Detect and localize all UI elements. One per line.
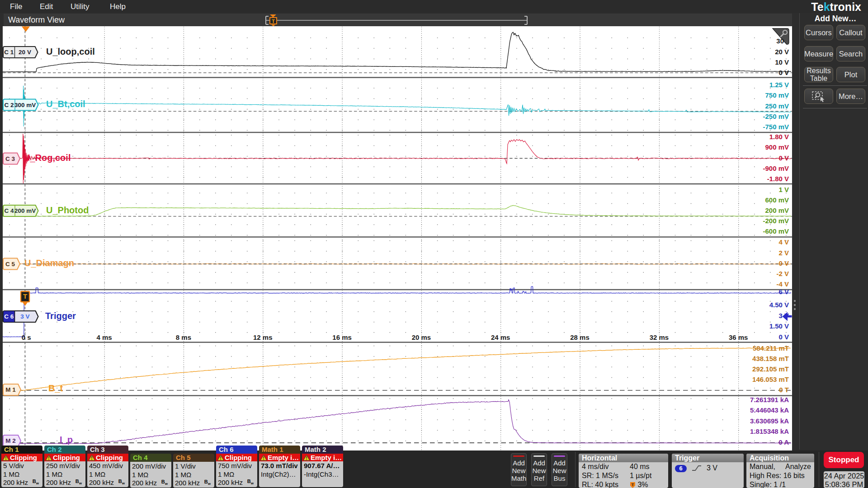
svg-text:3.630695 kA: 3.630695 kA [750, 417, 789, 425]
svg-text:4 V: 4 V [778, 238, 789, 246]
svg-text:32 ms: 32 ms [650, 333, 669, 341]
svg-text:0 A: 0 A [778, 438, 789, 446]
svg-text:C 4: C 4 [4, 207, 14, 214]
svg-text:6 V: 6 V [778, 288, 789, 296]
svg-text:0 T: 0 T [779, 386, 789, 394]
svg-text:146.053 mT: 146.053 mT [752, 375, 789, 383]
svg-text:!: ! [91, 456, 92, 461]
svg-text:12 ms: 12 ms [253, 333, 273, 341]
svg-text:U_Photod: U_Photod [46, 205, 89, 215]
svg-text:584.211 mT: 584.211 mT [753, 344, 789, 352]
svg-text:28 ms: 28 ms [570, 333, 590, 341]
svg-text:-1.80 V: -1.80 V [767, 175, 789, 183]
svg-text:292.105 mT: 292.105 mT [752, 365, 789, 373]
svg-text:10 V: 10 V [775, 58, 789, 66]
svg-text:16 ms: 16 ms [332, 333, 352, 341]
svg-text:-4 V: -4 V [776, 280, 789, 288]
svg-text:!: ! [48, 456, 49, 461]
svg-text:-600 mV: -600 mV [763, 227, 789, 235]
svg-text:Trigger: Trigger [45, 311, 76, 321]
svg-text:200 mV: 200 mV [765, 206, 789, 214]
svg-text:200 mV: 200 mV [14, 207, 36, 214]
svg-text:I_p: I_p [60, 435, 73, 445]
svg-text:7.261391 kA: 7.261391 kA [750, 396, 789, 404]
svg-text:C 3: C 3 [5, 155, 15, 162]
svg-text:3 V: 3 V [20, 313, 29, 320]
svg-text:900 mV: 900 mV [765, 143, 789, 151]
svg-text:8 ms: 8 ms [176, 333, 191, 341]
svg-text:0 V: 0 V [778, 69, 789, 76]
svg-text:750 mV: 750 mV [765, 91, 789, 99]
svg-text:438.158 mT: 438.158 mT [752, 355, 789, 362]
svg-text:1.80 V: 1.80 V [769, 133, 789, 141]
svg-text:C 6: C 6 [4, 313, 14, 320]
svg-text:0 V: 0 V [778, 259, 789, 267]
svg-text:300 mV: 300 mV [14, 102, 36, 108]
svg-text:0 s: 0 s [22, 333, 31, 341]
svg-text:0 V: 0 V [778, 333, 789, 341]
svg-text:-750 mV: -750 mV [763, 123, 789, 131]
svg-text:T: T [23, 292, 27, 300]
svg-text:-200 mV: -200 mV [763, 217, 789, 225]
svg-text:U_loop,coil: U_loop,coil [46, 47, 95, 56]
svg-text:1.815348 kA: 1.815348 kA [750, 427, 789, 435]
svg-text:5.446043 kA: 5.446043 kA [750, 406, 789, 414]
svg-text:600 mV: 600 mV [765, 196, 789, 204]
svg-text:4 ms: 4 ms [96, 333, 112, 341]
svg-text:C 1: C 1 [4, 49, 14, 56]
svg-text:B_t: B_t [48, 383, 63, 393]
svg-text:20 ms: 20 ms [412, 333, 431, 341]
svg-text:20 V: 20 V [775, 48, 789, 56]
svg-text:0 V: 0 V [778, 154, 789, 162]
svg-text:U_Rog,coil: U_Rog,coil [24, 153, 71, 163]
svg-text:C 2: C 2 [4, 102, 14, 108]
svg-text:-2 V: -2 V [776, 270, 789, 277]
svg-text:1.50 V: 1.50 V [769, 322, 789, 330]
svg-text:!: ! [220, 456, 221, 461]
svg-text:1.25 V: 1.25 V [769, 81, 789, 89]
svg-text:36 ms: 36 ms [729, 333, 748, 341]
svg-text:T: T [632, 483, 634, 487]
svg-text:M 1: M 1 [5, 386, 16, 393]
svg-text:!: ! [263, 456, 264, 461]
svg-text:-250 mV: -250 mV [763, 113, 789, 120]
svg-text:!: ! [5, 456, 6, 461]
svg-text:-900 mV: -900 mV [763, 164, 789, 172]
svg-text:C 5: C 5 [5, 261, 15, 267]
svg-text:!: ! [306, 456, 307, 461]
svg-text:24 ms: 24 ms [491, 333, 510, 341]
svg-text:30: 30 [776, 37, 784, 45]
svg-text:U_Bt,coil: U_Bt,coil [46, 99, 85, 109]
svg-text:M 2: M 2 [5, 437, 16, 444]
svg-text:2 V: 2 V [778, 249, 789, 257]
svg-text:1 V: 1 V [778, 186, 789, 193]
svg-text:250 mV: 250 mV [765, 102, 789, 110]
svg-text:T: T [272, 19, 275, 24]
svg-text:U_Diamagn: U_Diamagn [24, 258, 74, 268]
svg-text:20 V: 20 V [19, 49, 31, 56]
svg-text:4.50 V: 4.50 V [769, 301, 789, 309]
